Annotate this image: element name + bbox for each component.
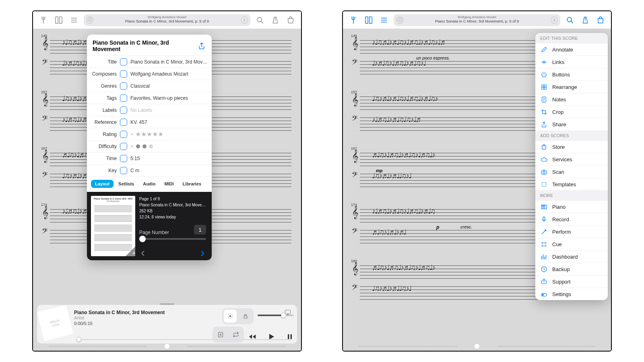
drag-handle[interactable] [160, 303, 174, 305]
airplay-icon[interactable] [284, 309, 291, 316]
brightness-button[interactable] [224, 310, 237, 323]
difficulty-dots[interactable]: × [127, 143, 153, 149]
menu-item-services[interactable]: Services [535, 153, 608, 165]
search-icon[interactable] [563, 13, 577, 27]
checkbox[interactable] [120, 95, 127, 102]
menu-item-crop[interactable]: Crop [535, 105, 608, 118]
meta-row-rating[interactable]: Rating×★★★★★ [87, 128, 212, 140]
tab-layout[interactable]: Layout [91, 180, 114, 188]
menu-item-notes[interactable]: Notes [535, 93, 608, 105]
info-badge-icon[interactable]: ⓘ [396, 16, 403, 24]
perform-icon [540, 228, 547, 235]
menu-item-label: Backup [552, 266, 570, 272]
menu-item-cue[interactable]: Cue [535, 238, 608, 250]
next-badge-icon[interactable] [241, 16, 248, 24]
tab-audio[interactable]: Audio [139, 180, 159, 188]
menu-item-backup[interactable]: Backup [535, 263, 608, 275]
checkbox[interactable] [120, 107, 127, 114]
checkbox[interactable] [120, 143, 127, 150]
menu-item-perform[interactable]: Perform [535, 225, 608, 238]
meta-row-tags[interactable]: TagsFavorites, Warm-up pieces [87, 92, 212, 104]
meta-row-difficulty[interactable]: Difficulty× [87, 140, 212, 152]
toolbox-icon[interactable] [593, 13, 608, 27]
toolbar-composer: Wolfgang Amadeus Mozart [148, 16, 186, 19]
rating-stars[interactable]: ×★★★★★ [127, 130, 163, 138]
menu-item-dashboard[interactable]: Dashboard [535, 250, 608, 263]
list-icon[interactable] [377, 13, 391, 27]
template-icon [540, 181, 547, 188]
add-page-icon[interactable] [126, 247, 135, 256]
search-icon[interactable] [253, 13, 267, 27]
crop-icon [540, 108, 547, 115]
menu-section-header: ADD SCORES [535, 130, 608, 140]
score-info-popover: Piano Sonata in C Minor, 3rd Movement Ti… [87, 35, 212, 260]
toolbar-title: Piano Sonata in C Minor, 3rd Movement, p… [125, 19, 209, 24]
checkbox[interactable] [120, 58, 127, 66]
meta-row-title[interactable]: TitlePiano Sonata in C Minor, 3rd Move… [87, 56, 212, 68]
menu-item-buttons[interactable]: Buttons [535, 68, 608, 80]
page-thumbnail[interactable]: Piano Sonata in C minor (KV. 457) 3rd Mo… [91, 196, 135, 256]
marking-mp: mp [376, 168, 383, 173]
meta-row-key[interactable]: KeyC m [87, 164, 212, 176]
menu-item-templates[interactable]: Templates [535, 178, 608, 190]
meta-row-composers[interactable]: ComposersWolfgang Amadeus Mozart [87, 68, 212, 80]
page-indicator[interactable] [33, 344, 301, 348]
layout-panel: Piano Sonata in C minor (KV. 457) 3rd Mo… [87, 192, 212, 260]
title-bar[interactable]: ⓘ Wolfgang Amadeus Mozart Piano Sonata i… [394, 14, 560, 26]
menu-item-label: Scan [552, 169, 564, 175]
tab-libraries[interactable]: Libraries [179, 180, 205, 188]
checkbox[interactable] [120, 82, 127, 90]
next-badge-icon[interactable] [551, 16, 558, 24]
tuning-fork-icon[interactable] [36, 13, 51, 27]
notes-icon [540, 96, 547, 103]
menu-item-record[interactable]: Record [535, 213, 608, 225]
library-icon[interactable] [361, 13, 376, 27]
file-size: 262 KB [139, 208, 208, 214]
meta-row-time[interactable]: Time5:15 [87, 152, 212, 164]
toolbox-icon[interactable] [283, 13, 298, 27]
menu-item-label: Support [552, 279, 571, 285]
list-icon[interactable] [67, 13, 81, 27]
mic-icon [540, 216, 547, 223]
meta-row-reference[interactable]: ReferenceKV. 457 [87, 116, 212, 128]
tab-setlists[interactable]: Setlists [114, 180, 138, 188]
share-button[interactable] [196, 41, 207, 51]
menu-item-settings[interactable]: Settings [535, 288, 608, 300]
tools-menu: EDIT THIS SCOREAnnotateLinksButtonsRearr… [535, 33, 608, 300]
album-art[interactable]: AlbumArtist [37, 305, 73, 341]
page-indicator[interactable] [343, 344, 611, 348]
lock-button[interactable] [239, 310, 252, 323]
checkbox[interactable] [120, 131, 127, 138]
menu-item-store[interactable]: Store [535, 140, 608, 153]
checkbox[interactable] [120, 155, 127, 162]
page-slider[interactable] [139, 238, 206, 240]
meta-row-genres[interactable]: GenresClassical [87, 80, 212, 92]
menu-item-links[interactable]: Links [535, 56, 608, 68]
tab-midi[interactable]: MIDI [160, 180, 178, 188]
next-page-button[interactable] [199, 250, 206, 257]
info-badge-icon[interactable]: ⓘ [86, 16, 93, 24]
library-icon[interactable] [52, 13, 66, 27]
tuning-fork-icon[interactable] [346, 13, 361, 27]
metronome-icon[interactable] [578, 13, 592, 27]
cue-icon [540, 241, 547, 248]
menu-item-share[interactable]: Share [535, 118, 608, 130]
title-bar[interactable]: ⓘ Wolfgang Amadeus Mozart Piano Sonata i… [84, 14, 250, 26]
menu-item-piano[interactable]: Piano [535, 200, 608, 213]
metronome-icon[interactable] [268, 13, 283, 27]
page-number-field[interactable]: 1 [194, 225, 206, 234]
checkbox[interactable] [120, 70, 127, 78]
piano-icon [540, 203, 547, 210]
menu-item-label: Templates [552, 181, 576, 187]
prev-page-button[interactable] [139, 250, 147, 257]
progress-slider[interactable] [76, 339, 291, 340]
meta-row-labels[interactable]: LabelsNo Labels [87, 104, 212, 116]
audio-player: AlbumArtist Piano Sonata in C Minor, 3rd… [37, 305, 297, 343]
checkbox[interactable] [120, 167, 127, 174]
menu-item-support[interactable]: Support [535, 275, 608, 288]
menu-item-rearrange[interactable]: Rearrange [535, 80, 608, 93]
menu-item-annotate[interactable]: Annotate [535, 43, 608, 56]
menu-item-label: Record [552, 216, 569, 222]
menu-item-scan[interactable]: Scan [535, 165, 608, 178]
checkbox[interactable] [120, 119, 127, 126]
